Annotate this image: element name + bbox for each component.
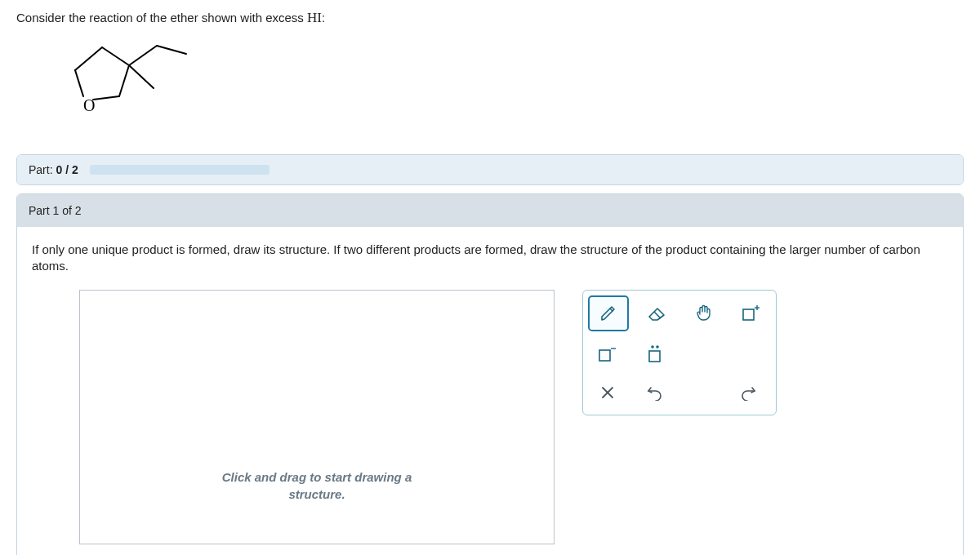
- svg-line-4: [75, 47, 102, 70]
- redo-icon: [739, 384, 757, 401]
- redo-button[interactable]: [728, 375, 768, 410]
- oxygen-label: O: [83, 96, 95, 114]
- progress-bar: [90, 165, 270, 175]
- svg-line-3: [75, 70, 83, 96]
- tool-panel: [582, 290, 777, 415]
- eraser-icon: [646, 304, 667, 322]
- prompt-text: Consider the reaction of the ether shown…: [16, 11, 307, 24]
- svg-line-0: [102, 47, 129, 65]
- eraser-tool-button[interactable]: [637, 295, 676, 330]
- pencil-icon: [599, 304, 618, 323]
- charge-plus-tool-button[interactable]: [732, 295, 771, 330]
- part-instruction: If only one unique product is formed, dr…: [32, 242, 948, 275]
- hand-tool-button[interactable]: [684, 295, 724, 330]
- svg-rect-15: [649, 351, 660, 362]
- lone-pair-icon: [644, 344, 666, 363]
- svg-line-1: [119, 65, 129, 96]
- svg-line-6: [129, 65, 154, 88]
- svg-point-17: [656, 345, 659, 349]
- pencil-tool-button[interactable]: [588, 295, 629, 331]
- canvas-hint: Click and drag to start drawing a struct…: [222, 469, 412, 503]
- svg-line-2: [93, 96, 119, 100]
- svg-line-7: [157, 46, 186, 54]
- svg-point-16: [651, 345, 654, 349]
- part-header: Part 1 of 2: [17, 194, 963, 227]
- svg-rect-13: [599, 350, 610, 361]
- prompt-hi: HI: [307, 10, 322, 25]
- progress-card: Part: 0 / 2: [16, 154, 964, 185]
- hand-icon: [694, 303, 714, 322]
- undo-button[interactable]: [635, 375, 675, 410]
- close-icon: [600, 385, 615, 400]
- clear-button[interactable]: [588, 375, 627, 410]
- svg-rect-10: [743, 309, 754, 320]
- svg-line-9: [654, 312, 661, 318]
- drawing-canvas[interactable]: Click and drag to start drawing a struct…: [79, 290, 555, 544]
- undo-icon: [646, 384, 664, 401]
- svg-line-8: [610, 309, 612, 311]
- molecule-diagram: O: [65, 38, 964, 130]
- progress-label: Part: 0 / 2: [29, 163, 78, 176]
- svg-line-5: [129, 46, 157, 65]
- lone-pair-tool-button[interactable]: [635, 336, 675, 371]
- prompt-colon: :: [322, 11, 325, 24]
- charge-minus-tool-button[interactable]: [588, 336, 627, 371]
- part-card: Part 1 of 2 If only one unique product i…: [16, 193, 964, 555]
- question-prompt: Consider the reaction of the ether shown…: [16, 10, 964, 26]
- charge-minus-icon: [596, 344, 619, 363]
- charge-plus-icon: [740, 303, 763, 322]
